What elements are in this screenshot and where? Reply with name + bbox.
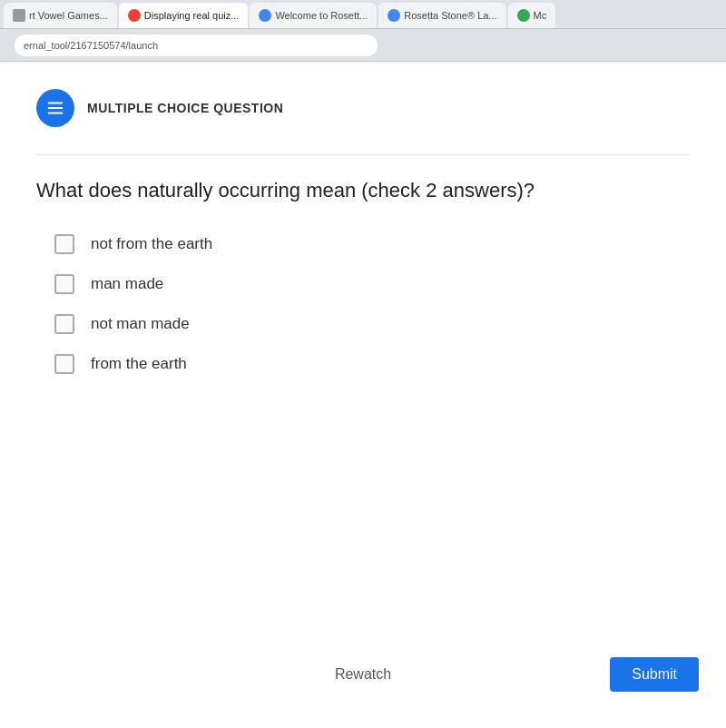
tab-label-vowel: rt Vowel Games... [29,10,108,21]
tab-rosetta1[interactable]: Welcome to Rosett... [250,3,377,28]
question-text: What does naturally occurring mean (chec… [36,177,690,205]
content-area: MULTIPLE CHOICE QUESTION What does natur… [0,62,726,728]
question-header: MULTIPLE CHOICE QUESTION [36,89,690,127]
svg-rect-0 [48,103,64,104]
choice-item-2[interactable]: man made [54,274,690,294]
choice-item-4[interactable]: from the earth [54,354,690,374]
choice-checkbox-2[interactable] [54,274,74,294]
bottom-bar: Rewatch Submit [0,657,726,692]
choice-checkbox-1[interactable] [54,234,74,254]
browser-bar: ernal_tool/2167150574/launch [0,29,726,62]
choice-item-3[interactable]: not man made [54,314,690,334]
rewatch-button[interactable]: Rewatch [313,657,413,692]
question-type-label: MULTIPLE CHOICE QUESTION [87,101,283,115]
tab-quiz[interactable]: Displaying real quiz... [119,3,249,28]
tab-favicon-more [517,9,530,22]
svg-rect-1 [48,107,64,109]
choice-label-1: not from the earth [91,235,212,253]
quiz-container: MULTIPLE CHOICE QUESTION What does natur… [0,62,726,401]
question-type-icon [36,89,74,127]
tab-favicon-quiz [128,9,141,22]
choice-item-1[interactable]: not from the earth [54,234,690,254]
tab-favicon-vowel [13,9,25,22]
tab-more[interactable]: Mc [508,3,556,28]
header-divider [36,154,690,155]
choice-checkbox-4[interactable] [54,354,74,374]
tab-label-quiz: Displaying real quiz... [144,10,240,21]
choice-label-4: from the earth [91,355,187,373]
choice-checkbox-3[interactable] [54,314,74,334]
tab-favicon-rosetta2 [388,9,400,22]
choice-label-2: man made [91,275,163,293]
svg-rect-2 [48,113,64,114]
tab-label-rosetta2: Rosetta Stone® La... [404,10,496,21]
choices-container: not from the earth man made not man made… [36,234,690,374]
address-text: ernal_tool/2167150574/launch [24,40,158,51]
tab-favicon-rosetta1 [259,9,271,22]
tab-rosetta2[interactable]: Rosetta Stone® La... [378,3,505,28]
address-bar[interactable]: ernal_tool/2167150574/launch [15,34,378,56]
tab-vowel[interactable]: rt Vowel Games... [4,3,117,28]
submit-button[interactable]: Submit [610,657,699,692]
choice-label-3: not man made [91,315,190,333]
tab-bar: rt Vowel Games... Displaying real quiz..… [0,0,726,29]
list-icon [45,98,65,118]
tab-label-more: Mc [534,10,547,21]
tab-label-rosetta1: Welcome to Rosett... [275,10,368,21]
